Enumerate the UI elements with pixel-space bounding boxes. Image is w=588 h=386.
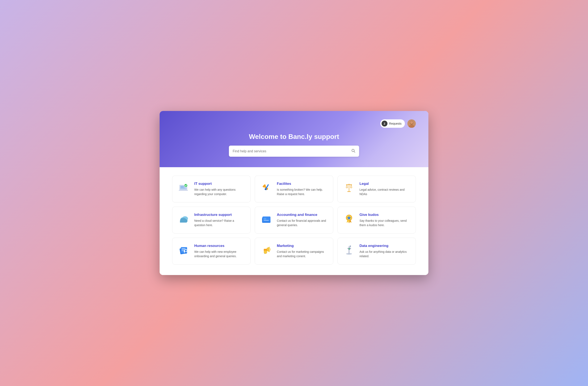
svg-point-48 <box>185 252 187 254</box>
card-it-support[interactable]: IT support We can help with any question… <box>172 175 251 202</box>
card-accounting-desc: Contact us for financial approvals and g… <box>277 219 328 227</box>
card-data-engineering-content: Data engineering Ask us for anything dat… <box>359 244 411 258</box>
svg-line-22 <box>347 185 348 188</box>
content-section: IT support We can help with any question… <box>160 167 428 275</box>
card-infrastructure[interactable]: Infrastructure support Need a cloud serv… <box>172 207 251 233</box>
card-facilities[interactable]: Facilites Is something broken? We can he… <box>255 175 333 202</box>
main-window: 2 Requests Welcome to Banc.ly support <box>160 111 428 275</box>
card-marketing[interactable]: Marketing Contact us for marketing campa… <box>255 238 333 265</box>
svg-point-47 <box>185 250 187 251</box>
requests-count: 2 <box>381 121 387 127</box>
card-facilities-content: Facilites Is something broken? We can he… <box>277 182 328 196</box>
card-accounting-content: Accounting and finance Contact us for fi… <box>277 213 328 227</box>
svg-point-3 <box>410 121 413 124</box>
search-input[interactable] <box>233 149 349 153</box>
card-hr-title: Human resources <box>194 244 245 248</box>
scales-icon <box>343 182 355 194</box>
card-facilities-title: Facilites <box>277 182 328 186</box>
card-hr[interactable]: Human resources We can help with new emp… <box>172 238 251 265</box>
search-bar <box>229 146 359 157</box>
avatar[interactable] <box>407 119 416 128</box>
card-data-engineering[interactable]: Data engineering Ask us for anything dat… <box>337 238 416 265</box>
services-grid: IT support We can help with any question… <box>172 175 416 265</box>
card-marketing-desc: Contact us for marketing campaigns and m… <box>277 250 328 258</box>
card-legal[interactable]: Legal Legal advice, contract reviews and… <box>337 175 416 202</box>
card-accounting[interactable]: Accounting and finance Contact us for fi… <box>255 207 333 233</box>
card-it-support-desc: We can help with any questions regarding… <box>194 188 245 196</box>
svg-rect-25 <box>347 191 351 192</box>
card-hr-desc: We can help with new employee onboarding… <box>194 250 245 258</box>
card-infrastructure-desc: Need a cloud service? Raise a question h… <box>194 219 245 227</box>
requests-badge[interactable]: 2 Requests <box>380 119 405 128</box>
svg-rect-57 <box>350 245 351 247</box>
svg-line-23 <box>350 185 351 188</box>
card-kudos-title: Give kudos <box>359 213 411 217</box>
card-data-engineering-title: Data engineering <box>359 244 411 248</box>
megaphone-icon <box>260 244 273 256</box>
svg-rect-44 <box>182 250 185 250</box>
svg-point-58 <box>349 248 350 250</box>
card-facilities-desc: Is something broken? We can help. Raise … <box>277 188 328 196</box>
card-legal-desc: Legal advice, contract reviews and NDAs <box>359 188 411 196</box>
search-icon[interactable] <box>351 149 355 154</box>
card-marketing-title: Marketing <box>277 244 328 248</box>
card-infrastructure-content: Infrastructure support Need a cloud serv… <box>194 213 245 227</box>
card-infrastructure-title: Infrastructure support <box>194 213 245 217</box>
card-it-support-title: IT support <box>194 182 245 186</box>
card-it-support-content: IT support We can help with any question… <box>194 182 245 196</box>
finance-icon <box>260 213 273 225</box>
tools-icon <box>260 182 273 194</box>
laptop-check-icon <box>177 182 190 194</box>
svg-rect-12 <box>179 190 188 191</box>
svg-rect-43 <box>182 248 186 249</box>
svg-line-6 <box>354 152 355 153</box>
card-hr-content: Human resources We can help with new emp… <box>194 244 245 258</box>
svg-rect-10 <box>181 187 184 187</box>
svg-rect-9 <box>181 186 184 187</box>
card-kudos-desc: Say thanks to your colleagues, send them… <box>359 219 411 227</box>
header-top-bar: 2 Requests <box>172 119 416 128</box>
card-legal-content: Legal Legal advice, contract reviews and… <box>359 182 411 196</box>
microscope-icon <box>343 244 355 256</box>
svg-line-24 <box>351 185 352 188</box>
svg-rect-38 <box>264 220 269 221</box>
svg-rect-20 <box>346 184 352 185</box>
card-legal-title: Legal <box>359 182 411 186</box>
header-section: 2 Requests Welcome to Banc.ly support <box>160 111 428 167</box>
svg-rect-11 <box>181 188 185 188</box>
svg-point-51 <box>264 251 267 254</box>
svg-line-21 <box>346 185 347 188</box>
page-title: Welcome to Banc.ly support <box>249 133 339 141</box>
requests-label: Requests <box>389 122 401 125</box>
card-kudos[interactable]: Give kudos Say thanks to your colleagues… <box>337 207 416 233</box>
card-marketing-content: Marketing Contact us for marketing campa… <box>277 244 328 258</box>
card-kudos-content: Give kudos Say thanks to your colleagues… <box>359 213 411 227</box>
card-accounting-title: Accounting and finance <box>277 213 328 217</box>
cloud-icon <box>177 213 190 225</box>
card-data-engineering-desc: Ask us for anything data or analytics re… <box>359 250 411 258</box>
kudos-icon <box>343 213 355 225</box>
svg-rect-31 <box>180 221 187 223</box>
hr-icon <box>177 244 190 256</box>
